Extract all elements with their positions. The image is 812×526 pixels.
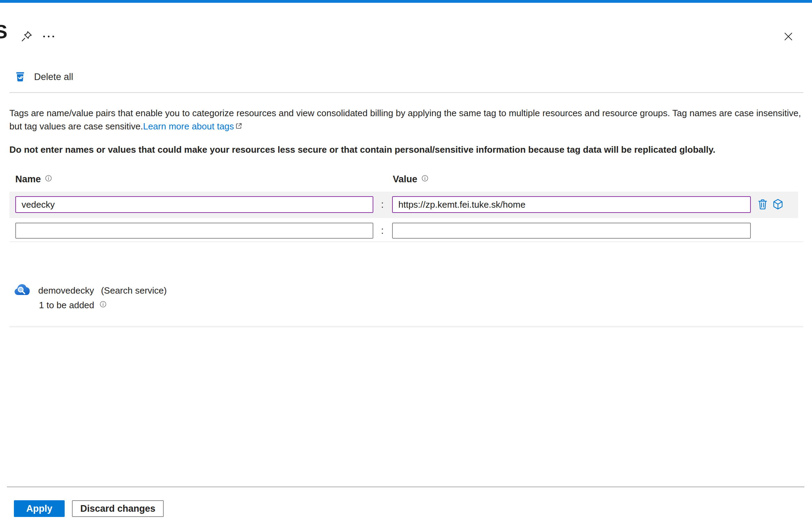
resource-row: demovedecky (Search service) <box>38 285 167 296</box>
value-header-label: Value <box>393 174 417 185</box>
name-header-label: Name <box>15 174 41 185</box>
resource-pending: 1 to be added <box>39 300 107 311</box>
tags-description-text: Tags are name/value pairs that enable yo… <box>9 108 801 132</box>
discard-changes-button[interactable]: Discard changes <box>72 500 164 517</box>
tag-value-input-row1[interactable] <box>392 196 751 213</box>
delete-all-label: Delete all <box>34 72 73 82</box>
delete-all-icon <box>14 70 26 84</box>
apply-button[interactable]: Apply <box>14 500 65 517</box>
name-value-separator: : <box>379 223 386 239</box>
pushpin-icon <box>19 30 33 45</box>
more-actions-button[interactable] <box>40 29 58 45</box>
tag-name-input-row2[interactable] <box>15 223 373 239</box>
external-link-icon <box>235 120 243 134</box>
toolbar-divider <box>9 92 803 93</box>
rows-divider <box>9 241 803 242</box>
trash-icon <box>756 198 769 212</box>
info-icon[interactable] <box>44 174 52 185</box>
delete-all-command[interactable]: Delete all <box>14 69 73 85</box>
info-icon[interactable] <box>421 174 429 185</box>
resource-name: demovedecky <box>38 285 94 296</box>
search-service-icon <box>13 282 31 298</box>
cube-icon <box>772 198 784 212</box>
tags-description: Tags are name/value pairs that enable yo… <box>9 106 807 134</box>
info-icon[interactable] <box>99 300 107 311</box>
footer-divider <box>7 486 804 487</box>
pin-button[interactable] <box>18 29 35 45</box>
tag-value-input-row2[interactable] <box>392 223 751 239</box>
value-column-header: Value <box>393 174 429 185</box>
name-value-separator: : <box>379 196 386 213</box>
pending-count-label: 1 to be added <box>39 300 94 311</box>
top-accent-bar <box>0 0 812 3</box>
page-title-partial: S <box>0 20 7 43</box>
apply-to-resource-button[interactable] <box>770 197 786 212</box>
name-column-header: Name <box>15 174 52 185</box>
tag-name-input-row1[interactable] <box>15 196 373 213</box>
tags-pane: S <box>0 0 812 526</box>
sensitive-data-warning: Do not enter names or values that could … <box>9 143 807 156</box>
resource-type: (Search service) <box>101 285 167 296</box>
close-button[interactable] <box>779 29 797 45</box>
ellipsis-icon <box>41 30 56 45</box>
resource-divider <box>9 326 803 327</box>
close-icon <box>782 31 794 43</box>
learn-more-link[interactable]: Learn more about tags <box>143 121 234 132</box>
delete-tag-row-button[interactable] <box>755 197 770 212</box>
